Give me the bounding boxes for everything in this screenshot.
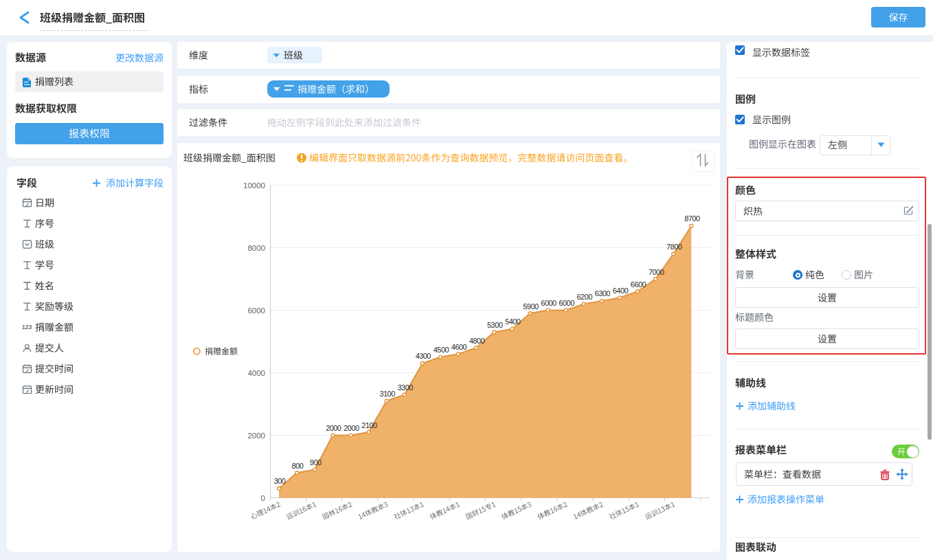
- svg-text:4000: 4000: [247, 369, 265, 377]
- svg-text:2000: 2000: [326, 424, 341, 432]
- svg-text:6200: 6200: [577, 293, 593, 301]
- svg-text:6300: 6300: [595, 289, 611, 298]
- svg-text:4800: 4800: [469, 337, 485, 345]
- svg-text:6600: 6600: [631, 280, 647, 289]
- svg-text:300: 300: [274, 477, 286, 485]
- svg-text:7000: 7000: [649, 268, 664, 276]
- svg-text:0: 0: [261, 494, 265, 502]
- svg-text:8000: 8000: [247, 244, 265, 252]
- svg-text:900: 900: [310, 458, 322, 467]
- svg-text:10000: 10000: [243, 181, 265, 190]
- svg-text:3100: 3100: [379, 390, 395, 398]
- svg-text:8700: 8700: [684, 214, 700, 223]
- svg-text:800: 800: [292, 462, 304, 470]
- svg-text:6400: 6400: [613, 287, 629, 295]
- svg-text:5400: 5400: [505, 317, 521, 326]
- svg-text:4600: 4600: [451, 343, 467, 351]
- svg-text:2000: 2000: [247, 432, 265, 440]
- svg-text:4300: 4300: [416, 352, 431, 360]
- svg-text:2000: 2000: [344, 424, 359, 432]
- svg-text:7800: 7800: [666, 243, 682, 251]
- svg-text:6000: 6000: [559, 299, 574, 307]
- svg-text:5900: 5900: [523, 302, 539, 311]
- svg-text:6000: 6000: [247, 306, 265, 315]
- svg-text:6000: 6000: [541, 299, 557, 307]
- svg-text:4500: 4500: [434, 346, 449, 354]
- svg-text:2100: 2100: [361, 421, 377, 429]
- svg-text:123: 123: [22, 324, 32, 331]
- svg-text:5300: 5300: [487, 321, 503, 329]
- svg-text:3300: 3300: [398, 383, 414, 392]
